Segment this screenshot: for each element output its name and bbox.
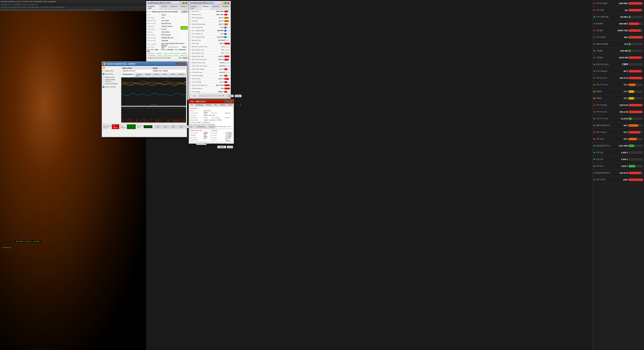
aida-stress-disks[interactable] (103, 83, 104, 85)
sensor-row-12: ▼ Video Engine Load 0 % (189, 48, 231, 52)
cpuz-tab-cpu[interactable]: CPU (189, 103, 195, 106)
furmark-cmd-bar2: GPU_condenser: NVIDIA GeForce RTX 4070 S… (0, 9, 146, 11)
sidebar-item-24: GPU 核心 0.925 V (592, 163, 644, 169)
cpuz-tab-mainboard[interactable]: Mainboard (195, 103, 205, 106)
cpuz-tab-about[interactable]: About (234, 103, 240, 106)
gpuz-sensors-close[interactable]: × (227, 2, 230, 4)
aida-clear-btn[interactable]: Clear (170, 125, 177, 128)
sensor-row-6: ▼ Fan 1 Speed (RPM) 1308 RPM (189, 29, 231, 32)
fps-helper: F9 Toggle help (2, 247, 11, 248)
cpuz-tab-bench[interactable]: Bench (227, 103, 234, 106)
aida-stress-gpu[interactable] (103, 86, 104, 88)
gpuz-tab-advanced[interactable]: Advanced (168, 5, 179, 10)
sensor-row-5: ▼ Fan 1 Speed (%) 37 % (189, 26, 231, 29)
nvidia-logo: NVIDIA (180, 26, 188, 30)
gpuz-sensors-tab-graphics[interactable]: Graphics Card (189, 5, 201, 10)
sidebar-item-1: CPU 倍频 52x (592, 7, 644, 14)
aida-stress-fpu[interactable] (103, 73, 104, 75)
gpuz-tab-validation[interactable]: Validation (179, 5, 189, 10)
aida-close-btn[interactable]: Close (208, 125, 215, 128)
aida-tab-unified[interactable]: Unified (168, 73, 177, 77)
aida-test-started-value: 2024/2/5 23:15:25 (127, 124, 136, 129)
aida-tab-powers[interactable]: Powers (152, 73, 161, 77)
sensor-row-23: ▼ Power Consumption (%) 98.5 % TDP (189, 84, 231, 87)
gpuz-sensors-maximize[interactable]: □ (224, 2, 227, 4)
sensor-row-14: ▼ Board Power Draw 216.8 W (189, 55, 231, 58)
gpuz-maximize[interactable]: □ (182, 2, 185, 4)
gpuz-close[interactable]: × (185, 2, 188, 4)
sensor-row-0: ▼ GPU Clock 1605.0 MHz (189, 10, 231, 13)
sensor-row-1: ▼ Memory Clock 1312.7 MHz (189, 13, 231, 16)
gpuz-lookup-btn[interactable]: Lookup (181, 11, 188, 13)
sensor-row-4: ▼ Memory Temperature 58.0 °C (189, 23, 231, 26)
aida-preferences-btn[interactable]: Preferences (195, 125, 207, 128)
aida-cpuid-btn[interactable]: CPUID (186, 125, 194, 128)
cpuz-title-bar: ROG ROG CPU-Z – □ × (189, 100, 234, 103)
gpuz-sensors-card-select[interactable]: NVIDIA GeForce RTX 4070 SUPER (198, 95, 225, 97)
aida-tab-clocks[interactable]: Clocks (161, 73, 168, 77)
aida-tab-cooling[interactable]: Cooling Fans (135, 73, 143, 77)
gpuz-minimize[interactable]: – (180, 2, 182, 4)
sensor-row-22: ▼ 16-Pin Voltage 12.4 V (189, 81, 231, 84)
cpuz-maximize[interactable]: □ (227, 100, 230, 103)
aida-stop-btn[interactable]: Stop (162, 125, 169, 128)
sidebar-item-6: 视频内存使用率 11% (592, 41, 644, 48)
aida-start-btn[interactable]: Start (154, 125, 161, 128)
aida-stress-gpu-row: Stress GPU(s) (103, 85, 120, 89)
gpuz-tab-graphics[interactable]: Graphics Card (146, 5, 160, 10)
gpuz-sensors-tab-validation[interactable]: Validation (221, 5, 231, 10)
sidebar-item-7: 已用显存 1403 MB (592, 48, 644, 54)
gpuz-log-checkbox[interactable] (190, 95, 192, 97)
sidebar-item-12: CPU GT Cores 47°C (592, 81, 644, 88)
gpuz-sensors-minimize[interactable]: – (222, 2, 224, 4)
sensor-row-11: ▼ Memory Controller Load 4 % (189, 45, 231, 48)
sidebar-item-22: CPU 核心 0.000 V (592, 149, 644, 156)
sensor-row-24: ▼ PerfCap Reason Pwr (189, 87, 231, 90)
cpuz-tab-spd[interactable]: SPD (213, 103, 218, 106)
aida-content: ■ Stress CPU Stress FPU Stress cache Str… (102, 66, 187, 123)
cpuz-close-x[interactable]: × (230, 100, 232, 103)
cpuz-validate-btn[interactable]: Validate (217, 146, 226, 148)
gpuz-close-btn[interactable]: Close (182, 57, 188, 59)
gpuz-card-select[interactable]: NVIDIA GeForce RTX 4070 SUPER (147, 57, 181, 59)
gpuz-tab-sensors[interactable]: Sensors (160, 5, 168, 10)
aida-close[interactable]: × (182, 63, 186, 65)
cpuz-clocks-caches: Clocks (Core #0) Core Speed5300.0 MHz Mu… (190, 129, 233, 142)
gpuz-main-tabs: Graphics Card Sensors Advanced Validatio… (146, 5, 189, 10)
furmark-info-bar: FrameRate/1977 - time:BB:93:52 - FPS:225… (0, 3, 146, 6)
cpuz-ok-btn[interactable]: OK (227, 146, 233, 148)
aida-maximize[interactable]: □ (179, 63, 182, 65)
cpuz-minimize[interactable]: – (224, 100, 227, 103)
cpuz-tabs: CPU Mainboard Memory SPD Graphics Bench … (189, 103, 234, 106)
cpuz-socket-select[interactable]: Socket #1 (196, 143, 206, 145)
furmark-cmd-bar: GPU 0:88 – GPU chip power: 119.5 W (PPW:… (0, 6, 146, 9)
aida-cpu-icon: ■ (103, 67, 105, 69)
aida-tab-statistics[interactable]: Statistics (177, 73, 186, 77)
sidebar-item-13: DIMM2 37°C (592, 88, 644, 95)
aida-tab-voltages[interactable]: Voltages (143, 73, 152, 77)
aida-battery-value: No battery (112, 124, 119, 129)
cpuz-tab-memory[interactable]: Memory (205, 103, 213, 106)
aida-stress-cpu[interactable] (103, 70, 104, 72)
cpuz-clocks-section: Clocks (Core #0) Core Speed5300.0 MHz Mu… (190, 129, 211, 142)
gpuz-sensors-tabs: Graphics Card Sensors Advanced Validatio… (189, 5, 231, 10)
aida-temp-chart: 100°C 0°C CPU Core #1 CPU Core #2 CPU Co… (121, 77, 186, 106)
aida-stress-memory[interactable] (103, 80, 104, 81)
gpuz-sensors-tab-sensors[interactable]: Sensors (201, 5, 211, 10)
gpuz-sensors-tab-advanced[interactable]: Advanced (210, 5, 221, 10)
sensor-row-19: ▼ PCIe Slot Power 14.9 W (189, 71, 231, 74)
sidebar-item-2: CPU 外频(FSB) 100 MHz (592, 14, 644, 20)
gpuz-sensors-close-btn[interactable]: Close (235, 95, 242, 97)
aida-stress-cache[interactable] (103, 76, 104, 78)
gpuz-sensors-reset-btn[interactable]: Reset (227, 95, 234, 97)
aida-title-bar: A System Stability Test - AIDA64 – □ × (102, 62, 187, 66)
sidebar-item-14: DIMM4 37°C (592, 95, 644, 102)
sensor-row-13: ▼ Bus Interface Load 0 % (189, 52, 231, 55)
sidebar-item-18: 图形处理器(GPU) 66°C (592, 122, 644, 129)
aida-minimize[interactable]: – (176, 63, 179, 65)
cpuz-tab-graphics[interactable]: Graphics (218, 103, 227, 106)
aida-tab-temperatures[interactable]: Temperatures (121, 73, 135, 77)
aida-save-btn[interactable]: Save (178, 125, 185, 128)
sidebar-item-19: GPU Hotspot 81°C (592, 129, 644, 136)
sidebar-items: CPU 核心频率 5200 MHz CPU 倍频 52x CPU 外频(FSB)… (592, 0, 644, 183)
